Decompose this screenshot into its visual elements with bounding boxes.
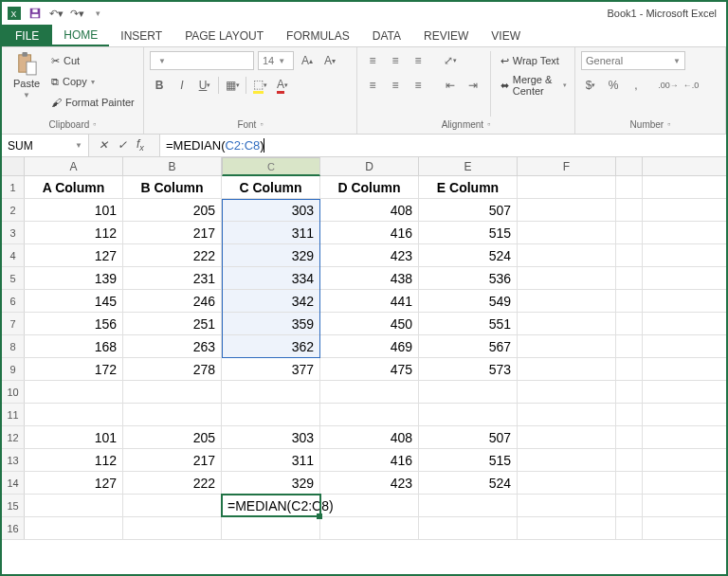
col-header-extra[interactable] — [616, 157, 643, 175]
increase-indent-icon[interactable]: ⇥ — [464, 76, 482, 95]
col-header-A[interactable]: A — [25, 157, 123, 175]
cell[interactable]: 246 — [123, 290, 222, 312]
cut-button[interactable]: ✂Cut — [49, 51, 136, 70]
cell[interactable]: 450 — [320, 313, 419, 334]
cell[interactable]: 101 — [25, 199, 123, 221]
cell[interactable]: 423 — [320, 244, 419, 266]
table-header-cell[interactable]: E Column — [419, 176, 518, 198]
cell[interactable] — [518, 290, 616, 312]
cell[interactable] — [518, 449, 616, 471]
cell[interactable] — [123, 404, 222, 425]
underline-button[interactable]: U▾ — [195, 76, 214, 95]
row-header[interactable]: 13 — [2, 449, 25, 471]
cell[interactable] — [616, 426, 643, 448]
font-launcher-icon[interactable]: ▫ — [260, 119, 263, 129]
table-header-cell[interactable] — [518, 176, 616, 198]
cell[interactable] — [419, 381, 518, 403]
cell[interactable] — [419, 404, 518, 425]
table-header-cell[interactable]: B Column — [123, 176, 222, 198]
alignment-launcher-icon[interactable]: ▫ — [487, 119, 490, 129]
cell[interactable] — [518, 426, 616, 448]
tab-home[interactable]: HOME — [52, 25, 109, 46]
row-header[interactable]: 1 — [2, 176, 25, 198]
cell[interactable] — [616, 244, 643, 266]
col-header-F[interactable]: F — [518, 157, 616, 175]
cell[interactable] — [320, 381, 419, 403]
row-header[interactable]: 11 — [2, 404, 25, 425]
tab-file[interactable]: FILE — [2, 25, 52, 46]
merge-center-button[interactable]: ⬌Merge & Center▾ — [499, 76, 569, 95]
cell[interactable]: 524 — [419, 244, 518, 266]
tab-view[interactable]: VIEW — [480, 25, 532, 46]
cell[interactable]: 303 — [222, 199, 320, 221]
cell[interactable] — [25, 517, 123, 539]
tab-formulas[interactable]: FORMULAS — [275, 25, 361, 46]
cell[interactable] — [419, 495, 518, 516]
currency-button[interactable]: $▾ — [581, 76, 600, 95]
col-header-D[interactable]: D — [320, 157, 419, 175]
cell[interactable] — [616, 335, 643, 357]
tab-insert[interactable]: INSERT — [109, 25, 173, 46]
cell[interactable]: 515 — [419, 449, 518, 471]
cell[interactable]: 311 — [222, 449, 320, 471]
cell[interactable] — [616, 472, 643, 494]
cell[interactable]: 205 — [123, 426, 222, 448]
cell[interactable] — [222, 381, 320, 403]
cell[interactable]: 311 — [222, 222, 320, 243]
cell[interactable] — [222, 404, 320, 425]
cell[interactable]: 263 — [123, 335, 222, 357]
cell[interactable]: 112 — [25, 222, 123, 243]
row-header[interactable]: 10 — [2, 381, 25, 403]
tab-data[interactable]: DATA — [361, 25, 412, 46]
cell[interactable]: 231 — [123, 267, 222, 289]
cell[interactable]: 416 — [320, 449, 419, 471]
cell[interactable]: 342 — [222, 290, 320, 312]
cell[interactable]: 156 — [25, 313, 123, 334]
italic-button[interactable]: I — [173, 76, 191, 95]
row-header[interactable]: 5 — [2, 267, 25, 289]
row-header[interactable]: 12 — [2, 426, 25, 448]
align-middle-icon[interactable]: ≡ — [386, 51, 405, 70]
save-icon[interactable] — [28, 7, 42, 20]
orientation-icon[interactable]: ⤢▾ — [441, 51, 460, 70]
cell[interactable]: 329 — [222, 244, 320, 266]
cell[interactable] — [518, 267, 616, 289]
decrease-font-icon[interactable]: A▾ — [320, 51, 339, 70]
name-box[interactable]: SUM ▼ — [2, 135, 89, 156]
cell[interactable]: 441 — [320, 290, 419, 312]
cell[interactable] — [616, 222, 643, 243]
fill-color-button[interactable]: ⬚▾ — [250, 76, 269, 95]
cell[interactable] — [123, 381, 222, 403]
cell[interactable] — [25, 404, 123, 425]
cell[interactable] — [123, 517, 222, 539]
cell[interactable]: 551 — [419, 313, 518, 334]
copy-button[interactable]: ⧉Copy▾ — [49, 72, 136, 91]
cell[interactable]: 222 — [123, 472, 222, 494]
cell[interactable]: =MEDIAN(C2:C8) — [222, 495, 320, 516]
comma-button[interactable]: , — [627, 76, 646, 95]
row-header[interactable]: 2 — [2, 199, 25, 221]
number-launcher-icon[interactable]: ▫ — [667, 119, 670, 129]
cell[interactable] — [518, 495, 616, 516]
undo-icon[interactable]: ↶▾ — [49, 7, 63, 20]
cell[interactable] — [616, 176, 643, 198]
cell[interactable]: 127 — [25, 244, 123, 266]
cell[interactable] — [25, 381, 123, 403]
increase-font-icon[interactable]: A▴ — [298, 51, 317, 70]
cell[interactable] — [518, 517, 616, 539]
align-right-icon[interactable]: ≡ — [409, 76, 428, 95]
paste-button[interactable]: Paste ▼ — [8, 51, 46, 99]
cell[interactable] — [518, 381, 616, 403]
cell[interactable]: 278 — [123, 358, 222, 380]
col-header-B[interactable]: B — [123, 157, 222, 175]
align-bottom-icon[interactable]: ≡ — [409, 51, 428, 70]
table-header-cell[interactable]: A Column — [25, 176, 123, 198]
cell[interactable]: 408 — [320, 426, 419, 448]
cell[interactable]: 251 — [123, 313, 222, 334]
cell[interactable] — [616, 267, 643, 289]
cell[interactable] — [419, 517, 518, 539]
bold-button[interactable]: B — [150, 76, 169, 95]
cell[interactable]: 536 — [419, 267, 518, 289]
font-name-select[interactable]: ▼ — [150, 51, 254, 70]
cell[interactable]: 112 — [25, 449, 123, 471]
